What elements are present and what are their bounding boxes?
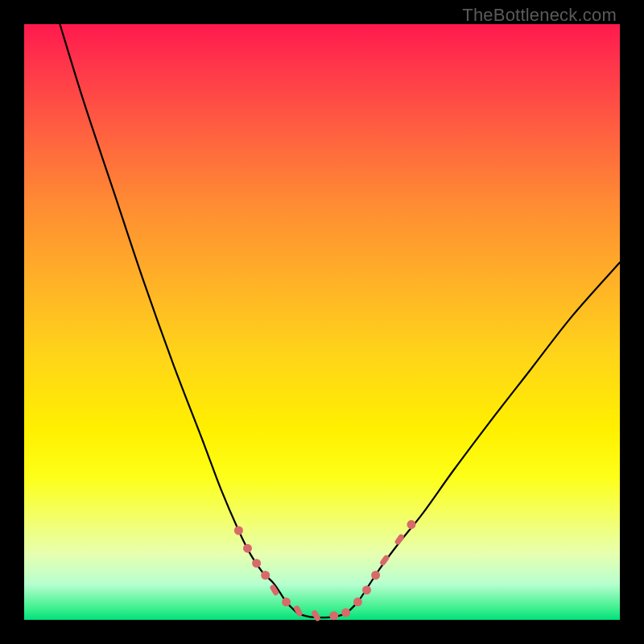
data-marker <box>329 611 338 620</box>
data-marker <box>282 597 291 606</box>
data-marker <box>341 609 350 617</box>
data-marker <box>311 609 321 622</box>
data-marker <box>243 544 252 553</box>
chart-svg <box>24 24 620 620</box>
data-marker <box>362 586 371 595</box>
chart-plot-area <box>24 24 620 620</box>
data-marker <box>353 597 362 606</box>
watermark-text: TheBottleneck.com <box>462 5 617 26</box>
data-marker <box>252 559 261 568</box>
data-marker <box>407 520 416 529</box>
curve-valley-floor <box>298 614 345 617</box>
data-marker <box>261 571 270 580</box>
data-marker <box>394 533 405 545</box>
data-marker <box>371 571 380 580</box>
data-marker <box>234 526 243 535</box>
curve-left-branch <box>60 24 298 614</box>
